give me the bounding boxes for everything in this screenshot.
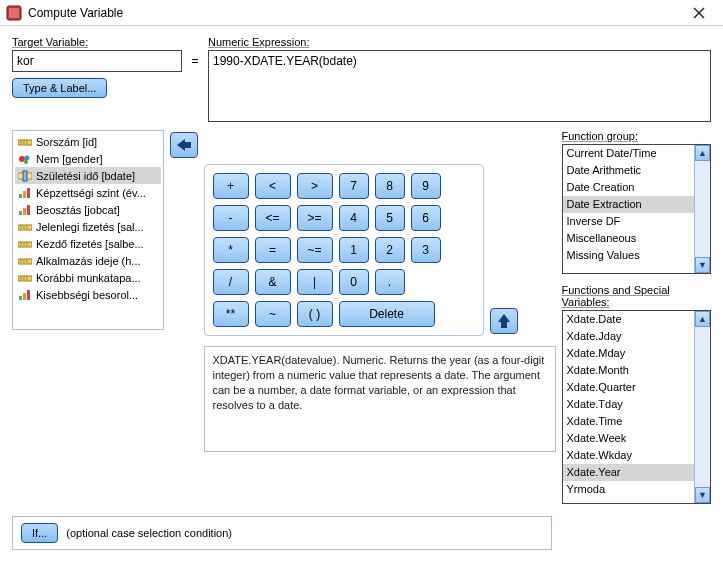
function-item[interactable]: Xdate.Wkday	[563, 447, 695, 464]
numeric-expression-input[interactable]	[208, 50, 711, 122]
keypad-key[interactable]: ~=	[297, 237, 333, 263]
numeric-expression-label: Numeric Expression:	[208, 36, 711, 48]
keypad-key[interactable]: <=	[255, 205, 291, 231]
function-group-label: Function group:	[562, 130, 712, 142]
scroll-down-icon[interactable]: ▼	[695, 487, 710, 503]
move-to-expression-button[interactable]	[170, 132, 198, 158]
keypad-key[interactable]: **	[213, 301, 249, 327]
keypad-key[interactable]: .	[375, 269, 405, 295]
equals-sign: =	[182, 36, 208, 68]
keypad-key[interactable]: =	[255, 237, 291, 263]
svg-rect-19	[18, 225, 32, 230]
variable-label: Beosztás [jobcat]	[36, 204, 120, 216]
type-and-label-button[interactable]: Type & Label...	[12, 78, 107, 98]
keypad-key[interactable]: 7	[339, 173, 369, 199]
keypad-key[interactable]: 5	[375, 205, 405, 231]
svg-rect-14	[23, 191, 26, 198]
target-variable-label: Target Variable:	[12, 36, 182, 48]
function-item[interactable]: Xdate.Tday	[563, 396, 695, 413]
svg-rect-37	[27, 290, 30, 300]
function-item[interactable]: Yrmoda	[563, 481, 695, 498]
variable-item[interactable]: Beosztás [jobcat]	[15, 201, 161, 218]
variable-item[interactable]: Születési idő [bdate]	[15, 167, 161, 184]
scroll-up-icon[interactable]: ▲	[695, 311, 710, 327]
keypad-key[interactable]: 1	[339, 237, 369, 263]
keypad-key[interactable]: >=	[297, 205, 333, 231]
variable-label: Jelenlegi fizetés [sal...	[36, 221, 144, 233]
variable-type-icon	[17, 288, 33, 302]
function-item[interactable]: Xdate.Month	[563, 362, 695, 379]
variable-item[interactable]: Sorszám [id]	[15, 133, 161, 150]
variable-type-icon	[17, 237, 33, 251]
svg-rect-27	[18, 259, 32, 264]
variable-item[interactable]: Alkalmazás ideje (h...	[15, 252, 161, 269]
keypad-key[interactable]: 9	[411, 173, 441, 199]
app-icon	[6, 5, 22, 21]
svg-rect-23	[18, 242, 32, 247]
keypad-key[interactable]: 4	[339, 205, 369, 231]
function-group-item[interactable]: Date Creation	[563, 179, 695, 196]
keypad-key[interactable]: 3	[411, 237, 441, 263]
function-item[interactable]: Xdate.Mday	[563, 345, 695, 362]
variable-item[interactable]: Nem [gender]	[15, 150, 161, 167]
function-item[interactable]: Xdate.Quarter	[563, 379, 695, 396]
variable-type-icon	[17, 254, 33, 268]
variable-item[interactable]: Jelenlegi fizetés [sal...	[15, 218, 161, 235]
keypad-key[interactable]: &	[255, 269, 291, 295]
close-button[interactable]	[681, 3, 717, 23]
keypad-key[interactable]: -	[213, 205, 249, 231]
svg-marker-38	[177, 139, 191, 151]
variable-label: Alkalmazás ideje (h...	[36, 255, 141, 267]
function-item[interactable]: Xdate.Week	[563, 430, 695, 447]
function-group-item[interactable]: Miscellaneous	[563, 230, 695, 247]
keypad-key[interactable]: ~	[255, 301, 291, 327]
window-title: Compute Variable	[28, 6, 681, 20]
functions-scrollbar[interactable]: ▲ ▼	[694, 311, 710, 503]
svg-rect-17	[23, 208, 26, 215]
svg-rect-4	[18, 140, 32, 145]
scroll-down-icon[interactable]: ▼	[695, 257, 710, 273]
svg-rect-35	[19, 296, 22, 300]
function-item[interactable]: Xdate.Date	[563, 311, 695, 328]
keypad-key[interactable]: 0	[339, 269, 369, 295]
variable-type-icon	[17, 152, 33, 166]
keypad-key[interactable]: +	[213, 173, 249, 199]
keypad-key[interactable]: /	[213, 269, 249, 295]
function-item[interactable]: Xdate.Year	[563, 464, 695, 481]
variable-type-icon	[17, 169, 33, 183]
keypad-delete-button[interactable]: Delete	[339, 301, 435, 327]
svg-rect-36	[23, 293, 26, 300]
keypad-key[interactable]: <	[255, 173, 291, 199]
variable-type-icon	[17, 203, 33, 217]
variable-label: Sorszám [id]	[36, 136, 97, 148]
keypad-key[interactable]: *	[213, 237, 249, 263]
variable-item[interactable]: Kisebbségi besorol...	[15, 286, 161, 303]
keypad-key[interactable]: 2	[375, 237, 405, 263]
function-group-item[interactable]: Current Date/Time	[563, 145, 695, 162]
function-group-item[interactable]: Missing Values	[563, 247, 695, 264]
function-item[interactable]: Xdate.Time	[563, 413, 695, 430]
function-description: XDATE.YEAR(datevalue). Numeric. Returns …	[204, 346, 556, 452]
keypad-key[interactable]: 6	[411, 205, 441, 231]
function-group-item[interactable]: Date Arithmetic	[563, 162, 695, 179]
if-button[interactable]: If...	[21, 523, 58, 543]
target-variable-input[interactable]	[12, 50, 182, 72]
keypad-key[interactable]: ( )	[297, 301, 333, 327]
insert-function-button[interactable]	[490, 308, 518, 334]
keypad-key[interactable]: >	[297, 173, 333, 199]
variable-item[interactable]: Kezdő fizetés [salbe...	[15, 235, 161, 252]
svg-rect-1	[9, 8, 19, 18]
variable-item[interactable]: Korábbi munkatapa...	[15, 269, 161, 286]
keypad-key[interactable]: 8	[375, 173, 405, 199]
svg-rect-15	[27, 188, 30, 198]
variable-label: Nem [gender]	[36, 153, 103, 165]
variable-item[interactable]: Képzettségi szint (év...	[15, 184, 161, 201]
function-item[interactable]: Xdate.Jday	[563, 328, 695, 345]
function-group-item[interactable]: Date Extraction	[563, 196, 695, 213]
function-group-item[interactable]: Inverse DF	[563, 213, 695, 230]
function-group-scrollbar[interactable]: ▲ ▼	[694, 145, 710, 273]
function-group-list[interactable]: Current Date/TimeDate ArithmeticDate Cre…	[562, 144, 712, 274]
functions-list[interactable]: Xdate.DateXdate.JdayXdate.MdayXdate.Mont…	[562, 310, 712, 504]
keypad-key[interactable]: |	[297, 269, 333, 295]
scroll-up-icon[interactable]: ▲	[695, 145, 710, 161]
